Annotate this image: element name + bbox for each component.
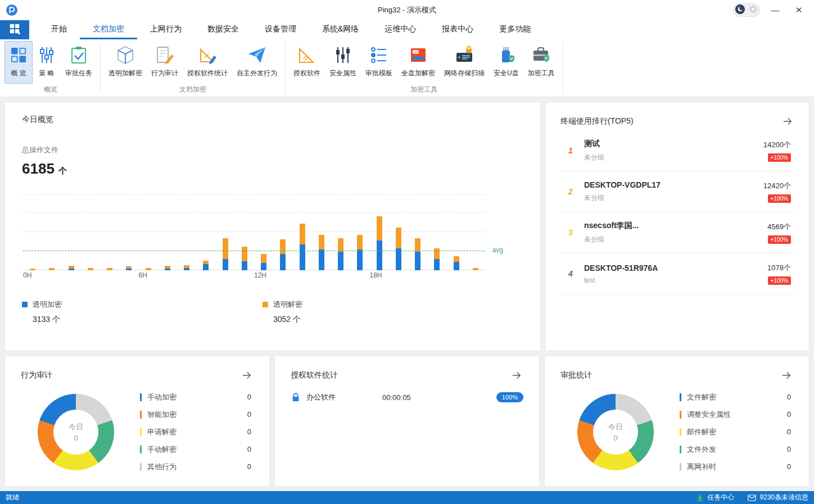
arrow-right-icon[interactable] xyxy=(780,369,793,382)
encrypt-bar-segment xyxy=(126,269,132,270)
arrow-right-icon[interactable] xyxy=(781,115,794,128)
sun-icon[interactable] xyxy=(748,4,758,17)
bar-chart-legend: 透明加密 3133 个 透明解密 3052 个 xyxy=(22,299,523,325)
bar-stack xyxy=(107,268,112,270)
unread-messages-button[interactable]: 9230条未读信息 xyxy=(748,493,808,502)
decrypt-bar-segment xyxy=(261,254,266,263)
legend-value: 0 xyxy=(247,393,251,401)
terminal-group: 未分组 xyxy=(584,153,763,162)
ribbon-group-label: 概览 xyxy=(2,84,99,97)
secure-usb-icon xyxy=(496,46,515,65)
change-badge: +100% xyxy=(768,235,791,244)
ribbon-item[interactable]: 行为审计 xyxy=(147,41,183,84)
terminal-stats: 14200个+100% xyxy=(763,140,791,162)
ribbon-item[interactable]: 加密工具 xyxy=(523,41,559,84)
ribbon-item[interactable]: 透明加解密 xyxy=(104,41,147,84)
ribbon-item[interactable]: 授权软件 xyxy=(289,41,325,84)
terminal-rank-row[interactable]: 2DESKTOP-VGDPL17未分组12420个+100% xyxy=(560,171,794,212)
ribbon-item[interactable]: SSD全盘加解密 xyxy=(397,41,440,84)
group-separator xyxy=(563,43,563,93)
legend-label: 文件解密 xyxy=(687,392,787,402)
terminal-group: 未分组 xyxy=(584,193,763,203)
bar-column xyxy=(235,194,254,280)
ribbon-item[interactable]: 授权软件统计 xyxy=(183,41,232,84)
terminal-rank-row[interactable]: 1测试未分组14200个+100% xyxy=(560,130,794,171)
ribbon-item-label: 加密工具 xyxy=(528,69,555,78)
ribbon-item[interactable]: 审批模板 xyxy=(361,41,397,84)
legend-label: 其他行为 xyxy=(147,462,247,472)
ribbon-item-label: 授权软件统计 xyxy=(187,69,228,78)
ribbon-group-items: 授权软件安全属性审批模板SSD全盘加解密网络存储扫描安全U盘加密工具 xyxy=(287,39,562,84)
bar-column: 12H xyxy=(254,194,273,280)
bar-stack xyxy=(203,261,209,270)
close-button[interactable]: ✕ xyxy=(790,3,807,17)
legend-marker-icon xyxy=(680,393,681,401)
ribbon-tab[interactable]: 数据安全 xyxy=(195,20,252,39)
x-tick-label: 0H xyxy=(23,270,31,280)
card-title: 审批统计 xyxy=(560,370,592,380)
behavior-audit-icon xyxy=(155,46,174,65)
behavior-audit-card: 行为审计 今日 0 手动加密0智能加密0申请解密0手动解密0其他行为0 xyxy=(4,356,270,487)
theme-toggle[interactable] xyxy=(733,3,760,17)
legend-item: 手动解密0 xyxy=(140,444,251,455)
ribbon-item[interactable]: 概 览 xyxy=(4,41,33,84)
legend-value: 0 xyxy=(247,445,251,453)
legend-label: 调整安全属性 xyxy=(687,410,787,420)
ribbon-tab[interactable]: 开始 xyxy=(38,20,80,39)
arrow-right-icon[interactable] xyxy=(240,369,254,382)
ribbon-item[interactable]: 策 略 xyxy=(33,41,61,84)
terminal-group: test xyxy=(584,276,767,284)
task-center-button[interactable]: 任务中心 xyxy=(696,493,734,502)
ribbon-tab[interactable]: 文档加密 xyxy=(80,20,137,39)
app-logo-icon xyxy=(6,4,18,16)
software-row[interactable]: 办公软件00:00:05100% xyxy=(291,392,523,402)
total-files-metric: 总操作文件 6185 个 xyxy=(22,145,523,178)
decrypt-bar-segment xyxy=(319,235,324,249)
main-content: 今日概览 总操作文件 6185 个 xyxy=(0,97,814,491)
ribbon-tab-row: 开始文档加密上网行为数据安全设备管理系统&网络运维中心报表中心更多功能 xyxy=(0,20,814,39)
outgoing-icon xyxy=(247,46,266,65)
terminal-name: DESKTOP-VGDPL17 xyxy=(584,180,763,189)
bar-column: 6H xyxy=(139,194,158,280)
ribbon-item[interactable]: 安全属性 xyxy=(325,41,361,84)
terminal-rank-row[interactable]: 3nsecsoft李国...未分组4569个+100% xyxy=(560,212,794,253)
decrypt-legend-swatch xyxy=(263,302,268,307)
minimize-button[interactable]: — xyxy=(767,3,784,17)
legend-value: 0 xyxy=(787,393,791,401)
terminal-stats: 4569个+100% xyxy=(767,222,791,244)
ribbon-tab[interactable]: 更多功能 xyxy=(486,20,544,39)
ribbon-tabs: 开始文档加密上网行为数据安全设备管理系统&网络运维中心报表中心更多功能 xyxy=(38,20,544,39)
legend-label: 文件外发 xyxy=(687,444,787,455)
terminal-rank-row[interactable]: 4DESKTOP-51R976Atest1078个+100% xyxy=(560,253,794,294)
ribbon-item[interactable]: 安全U盘 xyxy=(489,41,523,84)
main-menu-button[interactable] xyxy=(0,20,29,39)
ribbon-item[interactable]: 自主外发行为 xyxy=(232,41,282,84)
bar-column xyxy=(158,194,177,280)
security-attr-icon xyxy=(333,46,352,65)
bar-column xyxy=(81,194,100,280)
encrypt-bar-segment xyxy=(454,262,459,270)
bar-column xyxy=(177,194,196,280)
legend-label: 手动解密 xyxy=(147,444,247,455)
ribbon-tab[interactable]: 系统&网络 xyxy=(309,20,372,39)
ribbon-item-label: 安全U盘 xyxy=(494,69,519,78)
bar-column xyxy=(42,194,61,280)
ribbon-toolbar: 概 览策 略审批任务概览透明加解密行为审计授权软件统计自主外发行为文档加密授权软… xyxy=(0,39,814,97)
terminal-name: 测试 xyxy=(584,139,763,149)
ribbon-item[interactable]: 网络存储扫描 xyxy=(440,41,489,84)
network-scan-icon xyxy=(455,46,474,65)
donut-center: 今日 0 xyxy=(593,410,638,455)
decrypt-bar-segment xyxy=(454,256,459,262)
ribbon-tab[interactable]: 报表中心 xyxy=(429,20,486,39)
ribbon-tab[interactable]: 运维中心 xyxy=(372,20,429,39)
arrow-right-icon[interactable] xyxy=(510,369,523,382)
ribbon-tab[interactable]: 上网行为 xyxy=(137,20,195,39)
legend-value: 3052 个 xyxy=(273,315,503,325)
ribbon-tab[interactable]: 设备管理 xyxy=(252,20,309,39)
bar-column xyxy=(427,194,446,280)
ribbon-item[interactable]: 审批任务 xyxy=(61,41,97,84)
ribbon-item-label: 自主外发行为 xyxy=(237,69,277,78)
moon-icon[interactable] xyxy=(735,4,745,17)
terminal-stats: 12420个+100% xyxy=(763,181,791,203)
legend-item: 文件解密0 xyxy=(680,392,791,402)
